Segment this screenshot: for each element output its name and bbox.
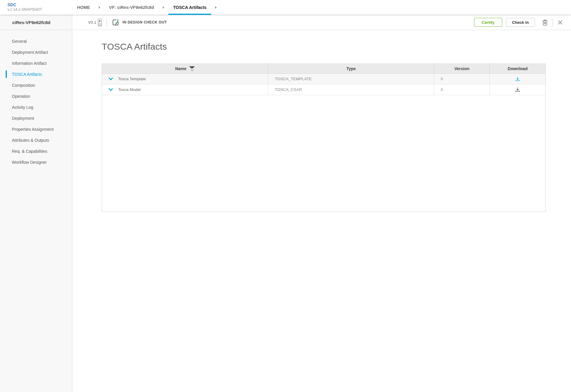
artifact-name: Tosca Template (118, 77, 146, 81)
sidebar-item-properties-assignment[interactable]: Properties Assignment (0, 124, 72, 135)
page-title: TOSCA Artifacts (102, 42, 571, 52)
column-header-download[interactable]: Download (490, 64, 545, 73)
app-logo-title: SDC (7, 2, 72, 8)
sidebar-item-deployment[interactable]: Deployment (0, 113, 72, 124)
expand-row-button[interactable] (108, 77, 114, 81)
toolbar-divider (106, 18, 107, 26)
app-version: v.1.14.1-SNAPSHOT (7, 7, 72, 12)
breadcrumb-arrow-icon (163, 6, 164, 9)
sidebar-menu: General Deployment Artifact Information … (0, 30, 72, 168)
toolbar: V0.1 IN DESIGN CHECK OUT Certify Check i… (72, 15, 571, 30)
sidebar-item-composition[interactable]: Composition (0, 80, 72, 91)
breadcrumb-home[interactable]: HOME (72, 0, 95, 15)
top-bar: SDC v.1.14.1-SNAPSHOT HOME VF: ciRes-VF9… (0, 0, 571, 15)
table-header-row: Name Type Version Download (102, 64, 545, 74)
version-selector[interactable] (98, 19, 102, 26)
sidebar-item-attributes-outputs[interactable]: Attributes & Outputs (0, 135, 72, 146)
breadcrumb: HOME VF: ciRes-VF9e62fc8d TOSCA Artifact… (72, 0, 221, 15)
check-in-button[interactable]: Check in (506, 18, 535, 27)
toolbar-divider (553, 18, 553, 26)
certify-button[interactable]: Certify (474, 18, 502, 27)
breadcrumb-tosca-artifacts[interactable]: TOSCA Artifacts (168, 0, 211, 15)
chevron-down-icon (109, 88, 113, 91)
artifact-name: Tosca Model (118, 87, 141, 92)
sidebar: ciRes-VF9e62fc8d General Deployment Arti… (0, 15, 72, 392)
lifecycle-status-badge: IN DESIGN CHECK OUT (123, 20, 167, 24)
sidebar-item-tosca-artifacts[interactable]: TOSCA Artifacts (0, 69, 72, 80)
breadcrumb-vf[interactable]: VF: ciRes-VF9e62fc8d (104, 0, 159, 15)
sidebar-item-workflow-designer[interactable]: Workflow Designer (0, 157, 72, 168)
column-header-name[interactable]: Name (102, 64, 268, 73)
expand-row-button[interactable] (108, 88, 114, 92)
sidebar-item-req-capabilities[interactable]: Req. & Capabilities (0, 146, 72, 157)
trash-icon (542, 19, 548, 26)
artifact-version: 0 (434, 74, 490, 84)
artifact-version: 0 (434, 84, 490, 95)
sidebar-item-deployment-artifact[interactable]: Deployment Artifact (0, 47, 72, 58)
main-content: TOSCA Artifacts Name Type Version (72, 30, 571, 212)
breadcrumb-arrow-icon (99, 6, 101, 9)
download-icon (515, 76, 520, 81)
chevron-down-icon (109, 78, 113, 81)
sidebar-item-information-artifact[interactable]: Information Artifact (0, 58, 72, 69)
delete-button[interactable] (541, 18, 549, 27)
download-icon (515, 87, 520, 92)
download-button[interactable] (514, 86, 521, 93)
close-button[interactable] (556, 19, 564, 26)
table-row-tosca-model: Tosca Model TOSCA_CSAR 0 (102, 84, 545, 95)
sidebar-item-general[interactable]: General (0, 36, 72, 47)
column-header-version[interactable]: Version (434, 64, 490, 73)
edit-checkout-icon (112, 18, 120, 26)
version-label: V0.1 (88, 20, 96, 25)
table-row-tosca-template: Tosca Template TOSCA_TEMPLATE 0 (102, 74, 545, 84)
artifact-type: TOSCA_CSAR (268, 84, 434, 95)
app-logo: SDC v.1.14.1-SNAPSHOT (0, 0, 72, 15)
artifacts-table: Name Type Version Download (102, 64, 546, 212)
sidebar-resource-title: ciRes-VF9e62fc8d (0, 15, 72, 30)
sidebar-item-activity-log[interactable]: Activity Log (0, 102, 72, 113)
sort-descending-icon[interactable] (189, 66, 195, 71)
breadcrumb-arrow-icon (215, 6, 217, 9)
close-icon (558, 20, 563, 25)
artifact-type: TOSCA_TEMPLATE (268, 74, 434, 84)
download-button[interactable] (514, 75, 521, 82)
spinner-down-icon (99, 21, 101, 22)
sidebar-item-operation[interactable]: Operation (0, 91, 72, 102)
column-header-type[interactable]: Type (268, 64, 434, 73)
